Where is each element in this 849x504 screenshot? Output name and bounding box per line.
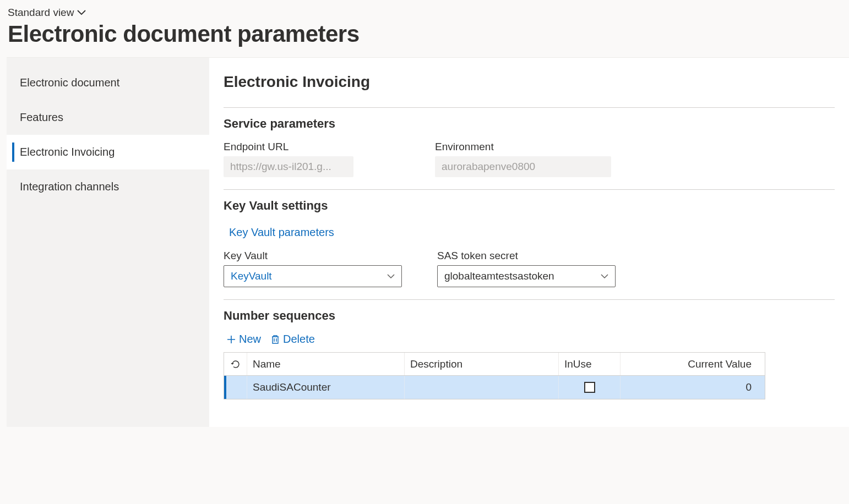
subsection-title: Number sequences: [224, 309, 835, 323]
sas-token-secret-combo[interactable]: globalteamtestsastoken: [437, 265, 616, 287]
subsection-title: Key Vault settings: [224, 199, 835, 213]
view-selector[interactable]: Standard view: [8, 7, 86, 19]
sidebar-item-label: Electronic document: [20, 76, 119, 89]
trash-icon: [271, 335, 280, 344]
new-button-label: New: [239, 333, 261, 346]
service-parameters-section: Service parameters Endpoint URL https://…: [224, 107, 835, 177]
chevron-down-icon: [77, 10, 86, 15]
chevron-down-icon: [387, 274, 395, 279]
inuse-cell[interactable]: [559, 376, 621, 399]
name-column-header[interactable]: Name: [247, 353, 405, 375]
description-cell[interactable]: [405, 376, 559, 399]
environment-value: aurorabapenve0800: [435, 156, 611, 177]
refresh-column-header[interactable]: [224, 353, 247, 375]
name-cell[interactable]: SaudiSACounter: [247, 376, 405, 399]
sidebar-item-label: Electronic Invoicing: [20, 146, 115, 158]
current-value-cell[interactable]: 0: [621, 376, 765, 399]
key-vault-combo[interactable]: KeyVault: [224, 265, 402, 287]
key-vault-value: KeyVault: [231, 270, 272, 282]
checkbox-icon[interactable]: [584, 382, 595, 393]
refresh-icon: [231, 359, 241, 369]
sas-token-secret-label: SAS token secret: [437, 250, 616, 262]
section-title: Electronic Invoicing: [224, 73, 835, 91]
delete-button[interactable]: Delete: [271, 333, 315, 346]
key-vault-label: Key Vault: [224, 250, 402, 262]
endpoint-url-label: Endpoint URL: [224, 141, 353, 153]
sidebar-item-electronic-invoicing[interactable]: Electronic Invoicing: [7, 135, 209, 169]
subsection-title: Service parameters: [224, 117, 835, 131]
chevron-down-icon: [601, 274, 608, 279]
sidebar: Electronic document Features Electronic …: [7, 58, 209, 427]
sidebar-item-integration-channels[interactable]: Integration channels: [7, 169, 209, 204]
table-row[interactable]: SaudiSACounter 0: [224, 376, 765, 399]
plus-icon: [227, 335, 236, 344]
sidebar-item-features[interactable]: Features: [7, 100, 209, 135]
sidebar-item-label: Integration channels: [20, 180, 119, 193]
grid-header: Name Description InUse Current Value: [224, 353, 765, 376]
main-content: Electronic Invoicing Service parameters …: [209, 58, 849, 427]
view-selector-label: Standard view: [8, 7, 74, 19]
sidebar-item-label: Features: [20, 111, 63, 123]
delete-button-label: Delete: [283, 333, 315, 346]
key-vault-settings-section: Key Vault settings Key Vault parameters …: [224, 189, 835, 287]
new-button[interactable]: New: [227, 333, 261, 346]
sidebar-item-electronic-document[interactable]: Electronic document: [7, 65, 209, 100]
row-selector-cell[interactable]: [226, 376, 247, 399]
inuse-column-header[interactable]: InUse: [559, 353, 621, 375]
number-sequences-section: Number sequences New Delete: [224, 299, 835, 399]
current-value-column-header[interactable]: Current Value: [621, 353, 765, 375]
description-column-header[interactable]: Description: [405, 353, 559, 375]
number-sequences-grid: Name Description InUse Current Value Sau…: [224, 352, 765, 399]
sas-token-secret-value: globalteamtestsastoken: [444, 270, 554, 282]
key-vault-parameters-link[interactable]: Key Vault parameters: [229, 226, 334, 239]
page-title: Electronic document parameters: [8, 21, 841, 47]
environment-label: Environment: [435, 141, 611, 153]
endpoint-url-value: https://gw.us-il201.g...: [224, 156, 353, 177]
